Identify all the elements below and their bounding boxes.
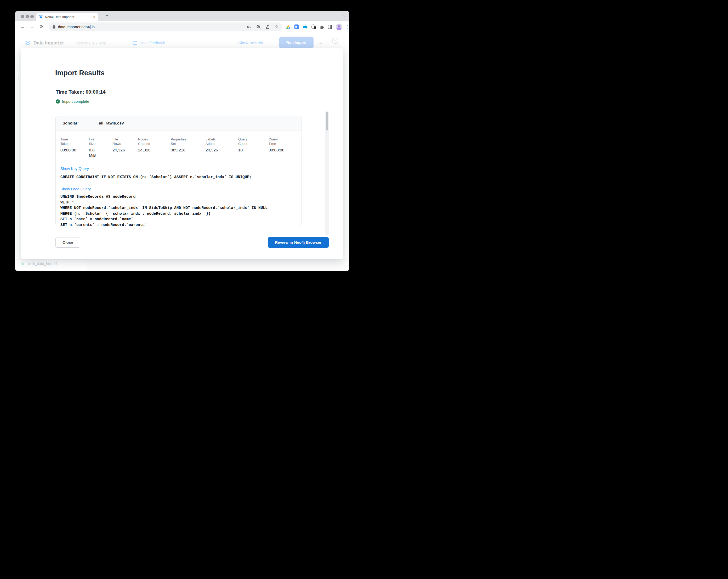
check-circle-icon: ✓	[56, 99, 60, 104]
stat-query-time: Query Time00:00:06	[268, 137, 298, 158]
page-content: Data Importer Version 0.1.2-beta Send fe…	[15, 33, 349, 271]
load-query-line: SET n.`name` = nodeRecord.`name`	[60, 216, 298, 222]
load-query-line: WHERE NOT nodeRecord.`scholar_indx` IN $…	[60, 205, 298, 211]
stat-time-taken: Time Taken00:00:08	[60, 137, 89, 158]
import-status: ✓ Import complete	[56, 99, 89, 104]
load-query-line: MERGE (n: `Scholar` { `scholar_indx`: no…	[60, 211, 298, 217]
sidebar-panel-icon[interactable]	[328, 25, 332, 29]
back-icon[interactable]: ←	[19, 24, 26, 30]
stat-properties-set: Properties Set389,216	[171, 137, 206, 158]
extension-icons	[286, 24, 342, 30]
bookmark-star-icon[interactable]: ☆	[275, 24, 279, 30]
stat-file-rows: File Rows24,326	[112, 137, 138, 158]
onepassword-icon[interactable]	[311, 24, 316, 29]
neo4j-importer-favicon-icon	[39, 15, 43, 19]
import-result-card: Scholar all_rawis.csv Time Taken00:00:08…	[55, 116, 302, 226]
share-icon[interactable]	[266, 25, 270, 29]
zoom-in-icon[interactable]	[256, 25, 261, 29]
load-query-line: SET n.`parents` = nodeRecord.`parents`	[60, 222, 298, 226]
traffic-light-zoom-icon[interactable]	[30, 15, 34, 18]
forward-icon[interactable]: →	[29, 24, 35, 30]
show-load-query-link[interactable]: Show Load Query	[60, 187, 91, 191]
load-query-line: WITH *	[60, 200, 298, 206]
tab-strip: Neo4j Data Importer × + ⌄	[15, 11, 349, 21]
stats-row: Time Taken00:00:08 File Size8.8 MiB File…	[60, 137, 298, 158]
file-name: all_rawis.csv	[99, 121, 124, 126]
chrome-menu-icon[interactable]: ⋮	[345, 24, 349, 30]
reload-icon[interactable]: ⟳	[38, 24, 45, 30]
url-text[interactable]: data-importer.neo4j.io	[58, 25, 242, 29]
url-bar[interactable]: data-importer.neo4j.io ☆	[49, 23, 282, 31]
time-taken-text: Time Taken: 00:00:14	[56, 89, 105, 95]
tab-title: Neo4j Data Importer	[45, 15, 93, 19]
modal-title: Import Results	[55, 69, 105, 77]
browser-tab[interactable]: Neo4j Data Importer ×	[36, 13, 98, 21]
modal-scrollbar-track[interactable]	[325, 111, 329, 235]
zoom-app-icon[interactable]	[294, 24, 299, 29]
extensions-puzzle-icon[interactable]	[319, 25, 324, 29]
modal-scrollbar-thumb[interactable]	[326, 112, 328, 131]
new-tab-button[interactable]: +	[103, 12, 111, 19]
card-header: Scholar all_rawis.csv	[56, 116, 301, 131]
key-query-code: CREATE CONSTRAINT IF NOT EXISTS ON (n: `…	[60, 175, 298, 179]
node-label: Scholar	[62, 121, 77, 126]
tab-search-chevron-icon[interactable]: ⌄	[342, 13, 346, 17]
review-in-neo4j-browser-button[interactable]: Review in Neo4j Browser	[268, 237, 329, 248]
import-results-modal: Import Results Time Taken: 00:00:14 ✓ Im…	[21, 48, 343, 259]
salesforce-icon[interactable]	[303, 25, 308, 29]
stat-nodes-created: Nodes Created24,326	[138, 137, 171, 158]
stat-query-count: Query Count10	[238, 137, 268, 158]
load-query-line: UNWIND $nodeRecords AS nodeRecord	[60, 194, 298, 200]
tab-close-icon[interactable]: ×	[93, 15, 96, 19]
profile-avatar[interactable]	[336, 24, 342, 30]
password-key-icon[interactable]	[247, 25, 252, 29]
import-status-text: Import complete	[62, 99, 89, 104]
browser-toolbar: ← → ⟳ data-importer.neo4j.io ☆	[15, 21, 349, 33]
lock-icon[interactable]	[52, 25, 56, 29]
browser-window: Neo4j Data Importer × + ⌄ ← → ⟳ data-imp…	[15, 11, 349, 271]
traffic-light-close-icon[interactable]	[21, 15, 24, 18]
stat-file-size: File Size8.8 MiB	[89, 137, 112, 158]
stat-labels-added: Labels Added24,326	[206, 137, 238, 158]
show-key-query-link[interactable]: Show Key Query	[60, 166, 89, 171]
load-query-code: UNWIND $nodeRecords AS nodeRecord WITH *…	[60, 194, 298, 226]
traffic-light-minimize-icon[interactable]	[26, 15, 29, 18]
close-button[interactable]: Close	[55, 237, 80, 248]
google-drive-icon[interactable]	[286, 25, 291, 29]
